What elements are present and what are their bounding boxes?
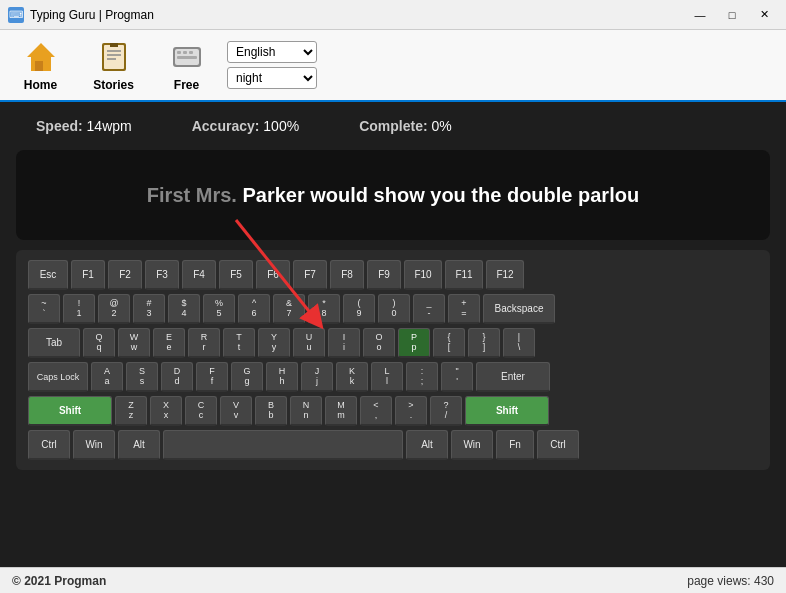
text-display-wrapper: First Mrs. Parker would show you the dou…: [16, 150, 770, 240]
key-fn[interactable]: Fn: [496, 430, 534, 460]
key-u[interactable]: Uu: [293, 328, 325, 358]
key-backspace[interactable]: Backspace: [483, 294, 555, 324]
key-6[interactable]: ^6: [238, 294, 270, 324]
home-button[interactable]: Home: [8, 35, 73, 95]
key-8[interactable]: *8: [308, 294, 340, 324]
key-tab[interactable]: Tab: [28, 328, 80, 358]
key-f3[interactable]: F3: [145, 260, 179, 290]
minimize-button[interactable]: —: [686, 5, 714, 25]
key-period[interactable]: >.: [395, 396, 427, 426]
key-space[interactable]: [163, 430, 403, 460]
key-2[interactable]: @2: [98, 294, 130, 324]
key-s[interactable]: Ss: [126, 362, 158, 392]
footer: © 2021 Progman page views: 430: [0, 567, 786, 593]
key-m[interactable]: Mm: [325, 396, 357, 426]
stories-button[interactable]: Stories: [81, 35, 146, 95]
accuracy-label: Accuracy:: [192, 118, 260, 134]
key-w[interactable]: Ww: [118, 328, 150, 358]
key-v[interactable]: Vv: [220, 396, 252, 426]
key-f9[interactable]: F9: [367, 260, 401, 290]
footer-copyright-year: © 2021: [12, 574, 51, 588]
key-rbracket[interactable]: }]: [468, 328, 500, 358]
maximize-button[interactable]: □: [718, 5, 746, 25]
key-backslash[interactable]: |\: [503, 328, 535, 358]
typed-text: First Mrs.: [147, 184, 237, 206]
speed-stat: Speed: 14wpm: [36, 118, 132, 134]
key-enter[interactable]: Enter: [476, 362, 550, 392]
key-esc[interactable]: Esc: [28, 260, 68, 290]
key-f12[interactable]: F12: [486, 260, 524, 290]
key-9[interactable]: (9: [343, 294, 375, 324]
key-capslock[interactable]: Caps Lock: [28, 362, 88, 392]
key-n[interactable]: Nn: [290, 396, 322, 426]
key-p[interactable]: Pp: [398, 328, 430, 358]
key-shift-right[interactable]: Shift: [465, 396, 549, 426]
key-ctrl-right[interactable]: Ctrl: [537, 430, 579, 460]
key-f8[interactable]: F8: [330, 260, 364, 290]
key-e[interactable]: Ee: [153, 328, 185, 358]
key-x[interactable]: Xx: [150, 396, 182, 426]
language-select[interactable]: English Spanish French: [227, 41, 317, 63]
key-f11[interactable]: F11: [445, 260, 483, 290]
key-semicolon[interactable]: :;: [406, 362, 438, 392]
key-comma[interactable]: <,: [360, 396, 392, 426]
key-1[interactable]: !1: [63, 294, 95, 324]
key-f6[interactable]: F6: [256, 260, 290, 290]
footer-pageviews: page views: 430: [687, 574, 774, 588]
key-h[interactable]: Hh: [266, 362, 298, 392]
key-f4[interactable]: F4: [182, 260, 216, 290]
key-c[interactable]: Cc: [185, 396, 217, 426]
complete-stat: Complete: 0%: [359, 118, 452, 134]
mode-select[interactable]: night day: [227, 67, 317, 89]
key-d[interactable]: Dd: [161, 362, 193, 392]
accuracy-value: 100%: [263, 118, 299, 134]
key-shift-left[interactable]: Shift: [28, 396, 112, 426]
svg-rect-7: [110, 43, 118, 47]
key-t[interactable]: Tt: [223, 328, 255, 358]
key-4[interactable]: $4: [168, 294, 200, 324]
key-5[interactable]: %5: [203, 294, 235, 324]
key-f1[interactable]: F1: [71, 260, 105, 290]
key-win-left[interactable]: Win: [73, 430, 115, 460]
key-i[interactable]: Ii: [328, 328, 360, 358]
key-3[interactable]: #3: [133, 294, 165, 324]
key-f2[interactable]: F2: [108, 260, 142, 290]
key-a[interactable]: Aa: [91, 362, 123, 392]
key-minus[interactable]: _-: [413, 294, 445, 324]
complete-label: Complete:: [359, 118, 427, 134]
key-ctrl-left[interactable]: Ctrl: [28, 430, 70, 460]
key-b[interactable]: Bb: [255, 396, 287, 426]
key-z[interactable]: Zz: [115, 396, 147, 426]
key-lbracket[interactable]: {[: [433, 328, 465, 358]
zxcv-row: Shift Zz Xx Cc Vv Bb Nn Mm <, >. ?/ Shif…: [28, 396, 758, 426]
close-button[interactable]: ✕: [750, 5, 778, 25]
key-win-right[interactable]: Win: [451, 430, 493, 460]
key-q[interactable]: Qq: [83, 328, 115, 358]
key-f7[interactable]: F7: [293, 260, 327, 290]
key-7[interactable]: &7: [273, 294, 305, 324]
accuracy-stat: Accuracy: 100%: [192, 118, 299, 134]
key-l[interactable]: Ll: [371, 362, 403, 392]
keyboard: Esc F1 F2 F3 F4 F5 F6 F7 F8 F9 F10 F11 F…: [16, 250, 770, 470]
free-button[interactable]: Free: [154, 35, 219, 95]
key-k[interactable]: Kk: [336, 362, 368, 392]
key-quote[interactable]: "': [441, 362, 473, 392]
footer-copyright: © 2021 Progman: [12, 574, 106, 588]
key-g[interactable]: Gg: [231, 362, 263, 392]
key-alt-right[interactable]: Alt: [406, 430, 448, 460]
key-0[interactable]: )0: [378, 294, 410, 324]
qwerty-row: Tab Qq Ww Ee Rr Tt Yy Uu Ii Oo Pp {[ }] …: [28, 328, 758, 358]
key-r[interactable]: Rr: [188, 328, 220, 358]
key-j[interactable]: Jj: [301, 362, 333, 392]
key-f5[interactable]: F5: [219, 260, 253, 290]
key-f10[interactable]: F10: [404, 260, 442, 290]
svg-rect-11: [183, 51, 187, 54]
key-o[interactable]: Oo: [363, 328, 395, 358]
svg-rect-13: [177, 56, 197, 59]
key-backtick[interactable]: ~`: [28, 294, 60, 324]
key-slash[interactable]: ?/: [430, 396, 462, 426]
key-equals[interactable]: +=: [448, 294, 480, 324]
key-alt-left[interactable]: Alt: [118, 430, 160, 460]
key-y[interactable]: Yy: [258, 328, 290, 358]
key-f[interactable]: Ff: [196, 362, 228, 392]
